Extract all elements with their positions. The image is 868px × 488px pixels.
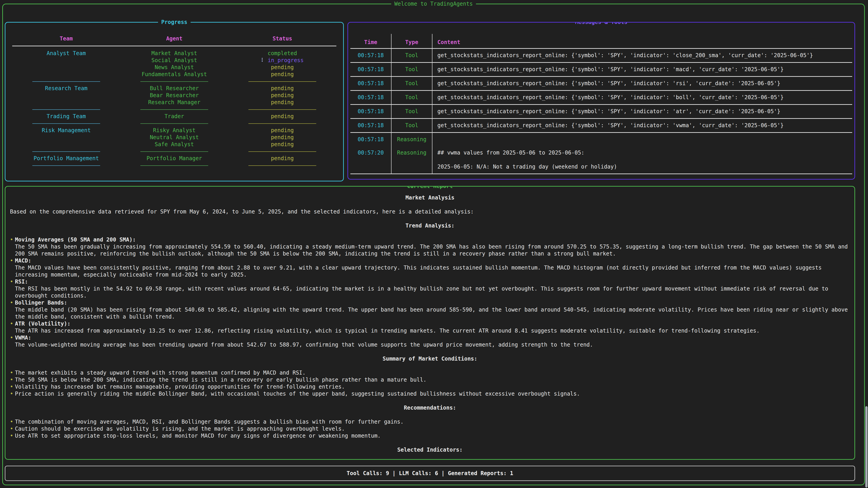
status-column: completed ⠇in_progress pending pending (228, 50, 336, 78)
team-separator-line (32, 123, 100, 124)
status-text: pending (271, 134, 293, 140)
team-name: Portfolio Management (12, 155, 120, 162)
bullet-title: Moving Averages (50 SMA and 200 SMA): (15, 236, 850, 243)
agent-separator-line (141, 109, 208, 110)
agent-name: Portfolio Manager (120, 155, 228, 162)
message-time: 00:57:18 (350, 105, 391, 118)
team-separator-line (32, 165, 100, 166)
agent-column: Trader (120, 113, 228, 120)
bullet-item: • RSI: The RSI has been mostly in the 54… (10, 278, 850, 299)
status-text: pending (271, 92, 293, 98)
bullet-item: • The market exhibits a steady upward tr… (10, 369, 850, 377)
team-name: Research Team (12, 85, 120, 106)
agent-column: Bull Researcher Bear Researcher Research… (120, 85, 228, 106)
bullet-title: ATR (Volatility): (15, 320, 850, 327)
bullet-icon: • (10, 299, 15, 320)
header-rule (12, 46, 336, 46)
welcome-title: Welcome to TradingAgents (391, 0, 476, 7)
message-time: 00:57:18 (350, 133, 391, 146)
group-separator (12, 78, 336, 85)
status-text: pending (271, 85, 293, 92)
team-name: Trading Team (12, 113, 120, 120)
agent-name: Market Analyst (120, 50, 228, 57)
agent-separator-line (141, 81, 208, 82)
bullet-item: • Volatility has increased but remains m… (10, 383, 850, 390)
agent-status: pending (228, 99, 336, 106)
bullet-title: RSI: (15, 278, 850, 285)
agent-status: pending (228, 113, 336, 120)
bullet-icon: • (10, 334, 15, 348)
section-heading: Trend Analysis: (10, 222, 850, 229)
column-header-time: Time (350, 34, 391, 48)
status-separator-line (248, 165, 316, 166)
message-time: 00:57:20 (350, 146, 391, 173)
column-header-team: Team (12, 35, 120, 42)
message-content: get_stockstats_indicators_report_online:… (432, 49, 852, 62)
status-text: pending (271, 141, 293, 148)
status-text: pending (271, 71, 293, 77)
messages-panel: Messages & Tools Time Type Content 00:57… (347, 22, 855, 180)
agent-status: pending (228, 71, 336, 78)
bullet-title: Bollinger Bands: (15, 299, 850, 306)
agent-column: Market Analyst Social Analyst News Analy… (120, 50, 228, 78)
report-sections: Trend Analysis: • Moving Averages (50 SM… (10, 222, 850, 453)
bullet-body: The 50 SMA is below the 200 SMA, indicat… (15, 377, 850, 383)
group-separator (12, 148, 336, 155)
status-column: pending (228, 155, 336, 162)
group-separator (12, 106, 336, 113)
agent-status: pending (228, 127, 336, 134)
status-text: pending (271, 113, 293, 120)
report-section: Recommendations: • The combination of mo… (10, 404, 850, 440)
status-separator-line (248, 109, 316, 110)
bullet-body: Use ATR to set appropriate stop-loss lev… (15, 432, 850, 440)
bullet-body: The RSI has been mostly in the 54.92 to … (15, 285, 850, 299)
bullet-body: The market exhibits a steady upward tren… (15, 369, 850, 377)
status-separator-line (248, 81, 316, 82)
bullet-item: • Moving Averages (50 SMA and 200 SMA): … (10, 236, 850, 257)
bullet-icon: • (10, 432, 15, 440)
bullet-icon: • (10, 377, 15, 383)
agent-status: completed (228, 50, 336, 57)
messages-rows: 00:57:18 Tool get_stockstats_indicators_… (350, 49, 852, 174)
message-content: get_stockstats_indicators_report_online:… (432, 105, 852, 118)
report-intro: Based on the comprehensive data retrieve… (10, 208, 850, 215)
message-row: 00:57:18 Tool get_stockstats_indicators_… (350, 105, 852, 119)
message-content (432, 133, 852, 146)
status-column: pending pending pending (228, 127, 336, 148)
scrollbar-thumb[interactable] (865, 406, 868, 488)
bullet-item: • The combination of moving averages, MA… (10, 418, 850, 425)
bullet-body: The 50 SMA has been gradually increasing… (15, 243, 850, 257)
report-section: Trend Analysis: • Moving Averages (50 SM… (10, 222, 850, 348)
status-separator-line (248, 123, 316, 124)
progress-group: Portfolio Management Portfolio Manager p… (12, 155, 336, 169)
bullet-icon: • (10, 383, 15, 390)
bullet-body: Caution should be exercised as volatilit… (15, 425, 850, 432)
progress-group: Research Team Bull Researcher Bear Resea… (12, 85, 336, 113)
progress-table-header: Team Agent Status (12, 35, 336, 42)
status-text: pending (271, 155, 293, 162)
message-time: 00:57:18 (350, 91, 391, 104)
section-heading: Recommendations: (10, 404, 850, 412)
bullet-icon: • (10, 278, 15, 299)
agent-separator-line (141, 123, 208, 124)
bullet-title: VWMA: (15, 334, 850, 341)
team-name: Analyst Team (12, 50, 120, 78)
bullet-item: • The 50 SMA is below the 200 SMA, indic… (10, 377, 850, 383)
bullet-item: • Price action is generally riding the m… (10, 390, 850, 397)
agent-column: Risky Analyst Neutral Analyst Safe Analy… (120, 127, 228, 148)
status-text: pending (271, 64, 293, 70)
bullet-item: • Use ATR to set appropriate stop-loss l… (10, 432, 850, 440)
message-type: Reasoning (391, 133, 432, 146)
agent-status: pending (228, 85, 336, 92)
spinner-icon: ⠇ (261, 57, 265, 64)
footer-stats-text: Tool Calls: 9 | LLM Calls: 6 | Generated… (347, 470, 513, 477)
progress-groups: Analyst Team Market Analyst Social Analy… (12, 50, 336, 169)
message-type: Tool (391, 49, 432, 62)
agent-name: Risky Analyst (120, 127, 228, 134)
agent-status: pending (228, 141, 336, 148)
message-row: 00:57:18 Tool get_stockstats_indicators_… (350, 49, 852, 63)
status-text: pending (271, 99, 293, 105)
messages-table: Time Type Content 00:57:18 Tool get_stoc… (348, 34, 855, 174)
report-heading: Market Analysis (10, 194, 850, 201)
agent-name: Fundamentals Analyst (120, 71, 228, 78)
